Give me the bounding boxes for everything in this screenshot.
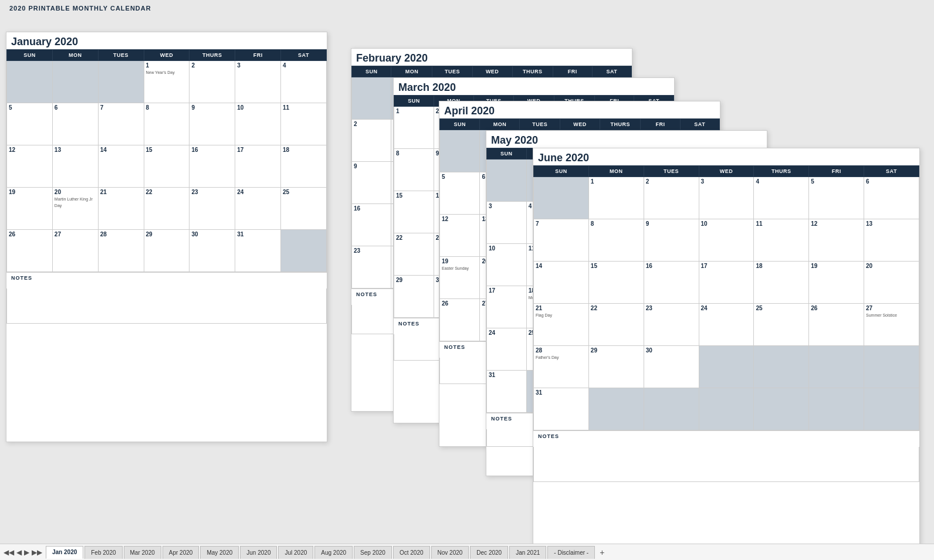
calendar-june: June 2020 SUN MON TUES WED THURS FRI SAT… <box>533 148 920 544</box>
june-title: June 2020 <box>533 148 919 165</box>
tab-oct-2020[interactable]: Oct 2020 <box>393 546 430 559</box>
tab-jan-2020[interactable]: Jan 2020 <box>46 546 83 559</box>
table-cell: 8 <box>588 219 644 262</box>
january-title: January 2020 <box>6 32 327 49</box>
table-cell: 29 <box>144 230 189 272</box>
april-title: April 2020 <box>439 101 720 118</box>
col-mon: MON <box>52 50 98 61</box>
page-title: 2020 PRINTABLE MONTHLY CALENDAR <box>0 0 934 14</box>
tab-aug-2020[interactable]: Aug 2020 <box>314 546 353 559</box>
table-cell: 10 <box>487 244 527 286</box>
table-cell: 5 <box>809 177 864 219</box>
sheet-nav-first[interactable]: ◀◀ <box>2 548 15 556</box>
col-sat: SAT <box>680 119 720 130</box>
table-cell: 19Easter Sunday <box>440 257 480 299</box>
col-fri: FRI <box>235 50 281 61</box>
table-cell: 19 <box>809 262 864 304</box>
june-notes-area <box>533 447 919 482</box>
table-cell: 10 <box>699 219 754 262</box>
col-thurs: THURS <box>754 166 809 177</box>
col-thurs: THURS <box>600 119 641 130</box>
february-title: February 2020 <box>351 49 632 66</box>
table-cell: 9 <box>644 219 699 262</box>
table-cell: 1 <box>394 107 434 149</box>
table-cell <box>352 77 391 120</box>
table-row: 19 20Martin Luther King Jr Day 21 22 23 … <box>7 188 327 230</box>
table-cell: 2 <box>189 61 235 103</box>
table-cell: 23 <box>644 304 699 346</box>
table-cell: 2 <box>352 120 391 162</box>
table-cell <box>7 61 53 103</box>
tab-may-2020[interactable]: May 2020 <box>200 546 239 559</box>
table-cell: 30 <box>189 230 235 272</box>
table-cell: 17 <box>235 145 281 188</box>
table-cell: 8 <box>394 149 434 191</box>
table-cell: 10 <box>235 103 281 145</box>
col-thurs: THURS <box>189 50 235 61</box>
tab-mar-2020[interactable]: Mar 2020 <box>124 546 161 559</box>
col-sat: SAT <box>864 166 919 177</box>
table-row: 14 15 16 17 18 19 20 <box>534 262 919 304</box>
col-wed: WED <box>472 66 512 77</box>
table-cell: 1 <box>588 177 644 219</box>
table-cell <box>644 388 699 430</box>
table-cell: 22 <box>144 188 189 230</box>
tab-jun-2020[interactable]: Jun 2020 <box>240 546 277 559</box>
table-cell: 13 <box>52 145 98 188</box>
table-cell: 12 <box>809 219 864 262</box>
tab-dec-2020[interactable]: Dec 2020 <box>470 546 508 559</box>
table-cell: 29 <box>394 276 434 318</box>
sheet-nav-last[interactable]: ▶▶ <box>31 548 43 556</box>
tab-jan-2021[interactable]: Jan 2021 <box>509 546 546 559</box>
tab-add-button[interactable]: + <box>596 547 608 558</box>
sheet-nav[interactable]: ◀◀ ◀ ▶ ▶▶ <box>2 548 43 556</box>
table-cell <box>754 346 809 388</box>
table-cell: 11 <box>281 103 327 145</box>
table-row: 5 6 7 8 9 10 11 <box>7 103 327 145</box>
col-sun: SUN <box>7 50 53 61</box>
col-mon: MON <box>480 119 520 130</box>
table-cell: 23 <box>352 246 391 289</box>
table-cell: 19 <box>7 188 53 230</box>
table-cell: 14 <box>534 262 589 304</box>
table-cell: 14 <box>98 145 144 188</box>
table-cell: 8 <box>144 103 189 145</box>
tab-jul-2020[interactable]: Jul 2020 <box>278 546 313 559</box>
col-mon: MON <box>588 166 644 177</box>
january-grid: SUN MON TUES WED THURS FRI SAT 1New Year… <box>6 49 327 272</box>
table-cell <box>534 177 589 219</box>
table-cell: 6 <box>864 177 919 219</box>
table-cell: 28Father's Day <box>534 346 589 388</box>
sheet-nav-prev[interactable]: ◀ <box>15 548 23 556</box>
table-cell: 1New Year's Day <box>144 61 189 103</box>
table-cell: 3 <box>699 177 754 219</box>
table-cell <box>487 159 527 202</box>
table-cell: 5 <box>7 103 53 145</box>
table-cell: 31 <box>487 371 527 413</box>
tab-sep-2020[interactable]: Sep 2020 <box>354 546 392 559</box>
table-cell <box>588 388 644 430</box>
table-row: 28Father's Day 29 30 <box>534 346 919 388</box>
table-cell: 26 <box>809 304 864 346</box>
col-wed: WED <box>560 119 600 130</box>
tab-apr-2020[interactable]: Apr 2020 <box>163 546 199 559</box>
table-cell: 24 <box>235 188 281 230</box>
table-cell: 22 <box>588 304 644 346</box>
table-cell: 15 <box>394 191 434 233</box>
table-cell <box>699 346 754 388</box>
col-sat: SAT <box>592 66 631 77</box>
col-sun: SUN <box>534 166 589 177</box>
sheet-nav-next[interactable]: ▶ <box>23 548 31 556</box>
table-cell: 29 <box>588 346 644 388</box>
table-cell <box>440 130 480 172</box>
tab-feb-2020[interactable]: Feb 2020 <box>84 546 122 559</box>
tab-disclaimer[interactable]: - Disclaimer - <box>547 546 595 559</box>
col-sat: SAT <box>281 50 327 61</box>
tab-nov-2020[interactable]: Nov 2020 <box>431 546 469 559</box>
table-cell: 17 <box>699 262 754 304</box>
table-cell <box>98 61 144 103</box>
june-notes: NOTES <box>533 430 919 447</box>
table-cell: 4 <box>281 61 327 103</box>
table-row: 1 2 3 4 5 6 <box>534 177 919 219</box>
col-tues: TUES <box>98 50 144 61</box>
